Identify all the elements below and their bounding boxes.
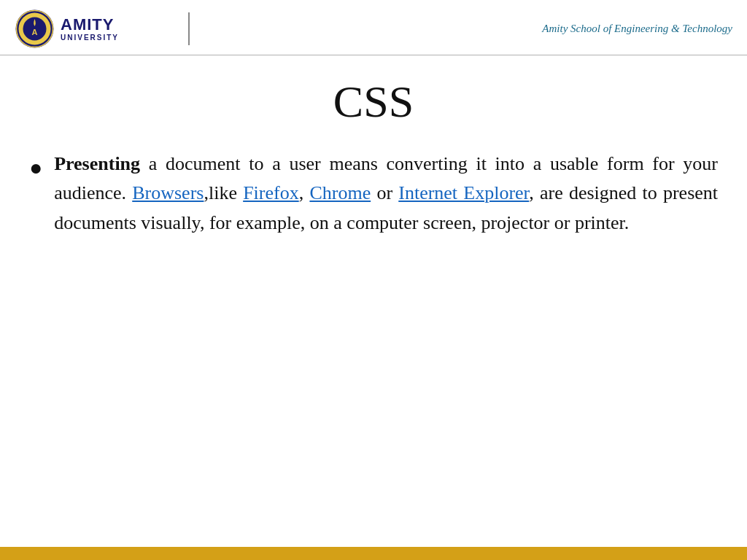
amity-logo-icon: A bbox=[15, 9, 55, 49]
firefox-link[interactable]: Firefox bbox=[243, 182, 299, 203]
bullet-dot: ● bbox=[29, 151, 42, 184]
header-subtitle: Amity School of Engineering & Technology bbox=[203, 23, 733, 35]
header-divider bbox=[188, 12, 190, 45]
ie-link[interactable]: Internet Explorer bbox=[398, 182, 529, 203]
text-part-3: , bbox=[299, 182, 310, 203]
page-title: CSS bbox=[0, 76, 747, 128]
header: A AMITY UNIVERSITY Amity School of Engin… bbox=[0, 0, 747, 55]
text-part-2: ,like bbox=[204, 182, 243, 203]
logo-text: AMITY UNIVERSITY bbox=[61, 16, 119, 42]
main-content: ● Presenting a document to a user means … bbox=[0, 149, 747, 238]
bullet-text: Presenting a document to a user means co… bbox=[54, 149, 718, 238]
presenting-bold: Presenting bbox=[54, 153, 140, 174]
logo-area: A AMITY UNIVERSITY bbox=[15, 9, 175, 49]
bullet-item-1: ● Presenting a document to a user means … bbox=[29, 149, 718, 238]
svg-text:A: A bbox=[32, 28, 38, 36]
bottom-gold-bar bbox=[0, 547, 747, 560]
logo-amity-text: AMITY bbox=[61, 16, 119, 34]
logo-university-text: UNIVERSITY bbox=[61, 34, 119, 42]
browsers-link[interactable]: Browsers bbox=[132, 182, 204, 203]
chrome-link[interactable]: Chrome bbox=[309, 182, 371, 203]
text-part-4: or bbox=[371, 182, 398, 203]
